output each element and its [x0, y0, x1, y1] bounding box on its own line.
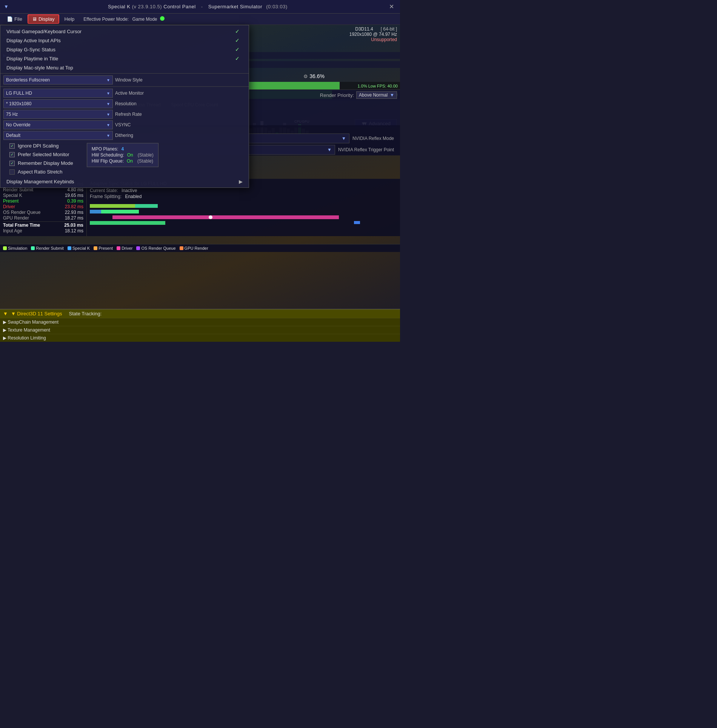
dd-item-mac-menu[interactable]: Display Mac-style Menu at Top ✓	[0, 63, 249, 72]
legend-dot-gpu-render	[180, 246, 183, 250]
timing-gpu-render: GPU Render 18.27 ms	[3, 215, 83, 221]
gpu-percent-display: ⚙ 36.6%	[303, 73, 325, 79]
mpo-flip-status: (Stable)	[137, 158, 153, 164]
current-state-row: Current State: Inactive	[90, 188, 397, 193]
dd-window-style-select[interactable]: Borderless Fullscreen ▼	[3, 75, 113, 84]
gpu-percent-value: 36.6%	[309, 73, 325, 79]
dd-keybinds-label: Display Management Keybinds	[6, 179, 74, 184]
svg-rect-21	[135, 204, 158, 208]
fps-1low-label: 1.0% Low FPS: 40.00	[249, 84, 400, 88]
dd-monitor-label: Active Monitor	[115, 91, 149, 96]
dd-label-gsync: Display G-Sync Status	[6, 47, 55, 52]
legend-special-k: Special K	[68, 246, 90, 250]
power-mode-indicator	[160, 16, 165, 21]
dd-refresh-select[interactable]: 75 Hz ▼	[3, 110, 113, 119]
dd-active-monitor-select[interactable]: LG FULL HD ▼	[3, 89, 113, 98]
d3d-swapchain[interactable]: ▶ SwapChain Management	[0, 318, 400, 326]
menu-indicator: ▼	[4, 4, 9, 9]
legend-label-gpu-render: GPU Render	[185, 246, 208, 250]
dd-window-style-arrow: ▼	[106, 78, 110, 82]
dd-cb-prefer-monitor[interactable]: ✓ Prefer Selected Monitor	[5, 151, 78, 158]
app-name: Special K	[108, 4, 130, 9]
mpo-sched-status: (Stable)	[138, 152, 154, 158]
dd-resolution-row: * 1920x1080 ▼ Resolution	[0, 98, 249, 109]
dd-vsync-value: No Override	[6, 122, 31, 127]
mpo-flipqueue-row: HW Flip Queue: On (Stable)	[92, 158, 154, 164]
reflex-mode-label: NVIDIA Reflex Mode	[349, 136, 397, 141]
svg-rect-24	[112, 215, 339, 219]
svg-point-25	[209, 215, 212, 219]
dash: -	[201, 4, 203, 9]
legend-present: Present	[94, 246, 113, 250]
panel-title: Control Panel	[163, 4, 195, 9]
fps-1low-bar: 1.0% Low FPS: 40.00	[249, 82, 400, 90]
dd-resolution-arrow: ▼	[106, 102, 110, 106]
priority-arrow: ▼	[390, 92, 394, 98]
dd-cb-ignore-dpi[interactable]: ✓ Ignore DPI Scaling	[5, 142, 78, 149]
power-mode-label: Effective Power Mode: Game Mode	[83, 16, 165, 22]
dd-vsync-select[interactable]: No Override ▼	[3, 120, 113, 129]
dd-cb-aspect-ratio[interactable]: Aspect Ratio Stretch	[5, 168, 78, 175]
d3d-triangle: ▼	[3, 311, 8, 316]
timing-render-submit: Render Submit 4.80 ms	[3, 187, 83, 192]
svg-rect-27	[90, 221, 165, 225]
dd-dithering-select[interactable]: Default ▼	[3, 131, 113, 140]
dd-item-active-input-apis[interactable]: Display Active Input APIs ✓	[0, 36, 249, 45]
dd-check-active-input: ✓	[235, 37, 243, 43]
game-name: Supermarket Simulator	[208, 4, 262, 9]
render-priority-select[interactable]: Above Normal ▼	[356, 91, 397, 99]
d3d-state-tracking: State Tracking:	[69, 311, 102, 316]
menu-item-file[interactable]: 📄 File	[3, 15, 26, 23]
d3d-texture[interactable]: ▶ Texture Management	[0, 326, 400, 334]
file-icon: 📄	[7, 16, 13, 22]
mpo-flip-value: On	[127, 158, 133, 164]
menu-help-label: Help	[65, 16, 75, 22]
dd-checkboxes-section: ✓ Ignore DPI Scaling ✓ Prefer Selected M…	[0, 141, 249, 177]
dd-cb-remember-display[interactable]: ✓ Remember Display Mode	[5, 160, 78, 167]
display-dropdown-menu: Virtual Gamepad/Keyboard Cursor ✓ Displa…	[0, 25, 249, 188]
dd-resolution-select[interactable]: * 1920x1080 ▼	[3, 99, 113, 108]
dd-separator-1	[0, 73, 249, 74]
close-button[interactable]: ✕	[387, 2, 396, 11]
sync-status: Unsupported	[349, 37, 397, 42]
title-bar-right: ✕	[387, 2, 396, 11]
legend-label-os-render: OS Render Queue	[141, 246, 175, 250]
dd-item-playtime[interactable]: Display Playtime in Title ✓	[0, 54, 249, 63]
dd-window-style-value: Borderless Fullscreen	[6, 77, 50, 83]
frame-timing-bars	[90, 202, 397, 232]
dd-vsync-row: No Override ▼ VSYNC	[0, 120, 249, 130]
dd-resolution-label: Resolution	[115, 101, 149, 106]
menu-item-display[interactable]: 🖥 Display	[28, 14, 59, 24]
dd-keybinds[interactable]: Display Management Keybinds ▶	[0, 177, 249, 186]
menu-item-help[interactable]: Help	[61, 15, 78, 23]
resolution-info: 1920x1080 @ 74.97 Hz	[349, 32, 397, 37]
d3d-texture-label: ▶ Texture Management	[3, 327, 50, 333]
dd-window-style-label: Window Style	[115, 77, 149, 83]
dd-label-mac-menu: Display Mac-style Menu at Top	[6, 65, 73, 71]
legend-dot-present	[94, 246, 97, 250]
current-state-value: Inactive	[122, 188, 137, 193]
bit-depth: [ 64-bit ]	[381, 26, 397, 32]
dd-label-virtual-gamepad: Virtual Gamepad/Keyboard Cursor	[6, 29, 82, 34]
legend-dot-driver	[117, 246, 120, 250]
dd-resolution-value: * 1920x1080	[6, 101, 31, 106]
mpo-scheduling-row: HW Scheduling: On (Stable)	[92, 152, 154, 158]
timing-os-render: OS Render Queue 22.93 ms	[3, 210, 83, 215]
dd-item-virtual-gamepad[interactable]: Virtual Gamepad/Keyboard Cursor ✓	[0, 27, 249, 36]
d3d-resolution[interactable]: ▶ Resolution Limiting	[0, 334, 400, 342]
mpo-flip-label: HW Flip Queue:	[92, 158, 124, 164]
dd-refresh-value: 75 Hz	[6, 112, 18, 117]
reflex-trigger-label: NVIDIA Reflex Trigger Point	[335, 147, 397, 152]
dd-dithering-label: Dithering	[115, 133, 149, 138]
dd-cb-aspect-ratio-label: Aspect Ratio Stretch	[18, 169, 63, 175]
d3d-section: ▼ ▼ Direct3D 11 Settings State Tracking:…	[0, 309, 400, 342]
menu-display-label: Display	[38, 16, 55, 22]
timing-total: Total Frame Time 25.03 ms	[3, 221, 83, 228]
dd-vsync-label: VSYNC	[115, 122, 149, 127]
dd-item-gsync-status[interactable]: Display G-Sync Status ✓	[0, 45, 249, 54]
d3d-header: ▼ ▼ Direct3D 11 Settings State Tracking:	[0, 309, 400, 318]
dd-cb-ignore-dpi-box: ✓	[9, 143, 15, 149]
dd-label-playtime: Display Playtime in Title	[6, 56, 58, 61]
legend-simulation: Simulation	[3, 246, 27, 250]
mpo-planes-row: MPO Planes: 4	[92, 146, 154, 152]
